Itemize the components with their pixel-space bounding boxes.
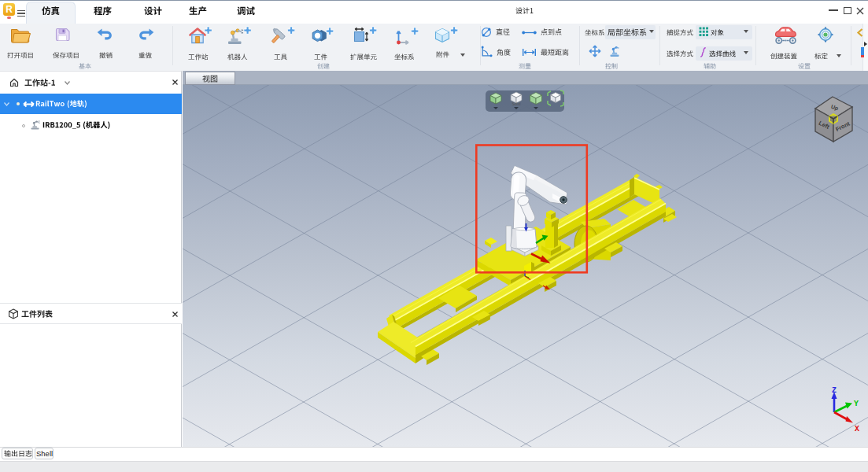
- svg-text:Solid: Solid: [512, 101, 520, 106]
- svg-text:Z: Z: [832, 386, 837, 395]
- svg-text:Y: Y: [854, 400, 859, 408]
- svg-text:X: X: [855, 425, 859, 433]
